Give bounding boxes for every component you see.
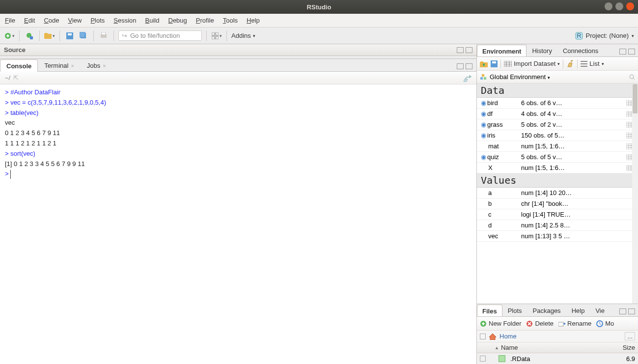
clear-objects-icon[interactable] [566, 60, 574, 68]
select-all-checkbox[interactable] [480, 334, 486, 339]
source-minimize-icon[interactable] [457, 47, 464, 53]
tab-jobs[interactable]: Jobs× [81, 59, 112, 71]
menu-build[interactable]: Build [145, 17, 160, 24]
menu-file[interactable]: File [5, 17, 15, 24]
import-dataset-dropdown[interactable]: Import Dataset ▾ [504, 60, 560, 67]
menu-debug[interactable]: Debug [168, 17, 187, 24]
env-row[interactable]: ◉ quiz5 obs. of 5 v… [477, 152, 638, 163]
env-row[interactable]: vecnum [1:13] 3 5 … [477, 231, 638, 242]
breadcrumb-more[interactable]: ... [625, 332, 635, 340]
menu-tools[interactable]: Tools [223, 17, 238, 24]
env-row[interactable]: matnum [1:5, 1:6… [477, 141, 638, 152]
env-minimize-icon[interactable] [619, 49, 626, 55]
console-output[interactable]: > #Author DataFlair> vec = c(3,5,7,9,11,… [0, 84, 476, 364]
print-button[interactable] [98, 30, 109, 41]
env-row[interactable]: Xnum [1:5, 1:6… [477, 163, 638, 173]
console-maximize-icon[interactable] [466, 63, 472, 69]
window-maximize[interactable] [615, 2, 623, 10]
svg-rect-2 [30, 36, 33, 39]
tab-files[interactable]: Files [477, 305, 502, 317]
env-row[interactable]: ◉ df4 obs. of 4 v… [477, 109, 638, 119]
source-maximize-icon[interactable] [466, 47, 472, 53]
env-row[interactable]: dnum [1:4] 2.5 8… [477, 220, 638, 231]
env-row[interactable]: ◉ iris150 obs. of 5… [477, 130, 638, 141]
env-row[interactable]: clogi [1:4] TRUE… [477, 209, 638, 220]
console-popout-icon[interactable]: ⇱ [13, 74, 19, 82]
svg-rect-17 [504, 61, 512, 67]
console-working-dir[interactable]: ~/ [5, 74, 10, 82]
tab-help[interactable]: Help [566, 304, 590, 316]
new-project-button[interactable] [24, 30, 35, 41]
save-button[interactable] [64, 30, 75, 41]
save-all-button[interactable] [78, 30, 89, 41]
env-row[interactable]: ◉ grass5 obs. of 2 v… [477, 119, 638, 130]
delete-button[interactable]: Delete [526, 320, 554, 327]
files-header: ▲ Name Size [477, 342, 638, 353]
files-toolbar: New Folder Delete Rename Mo [477, 317, 638, 331]
svg-text:R: R [577, 32, 581, 39]
load-workspace-icon[interactable] [480, 60, 488, 67]
svg-rect-18 [480, 77, 483, 80]
menu-bar: File Edit Code View Plots Session Build … [0, 14, 638, 28]
svg-rect-16 [492, 61, 496, 63]
env-row[interactable]: bchr [1:4] "book… [477, 198, 638, 209]
tab-history[interactable]: History [527, 44, 557, 56]
open-file-button[interactable] [44, 30, 55, 41]
files-list[interactable]: .RData6.9 [477, 353, 638, 364]
file-checkbox[interactable] [480, 356, 486, 362]
list-view-dropdown[interactable]: List ▾ [581, 60, 604, 67]
project-selector[interactable]: Project: (None) [586, 32, 629, 39]
environment-scope-dropdown[interactable]: Global Environment ▾ [490, 73, 550, 81]
window-minimize[interactable] [605, 2, 612, 10]
tab-console[interactable]: Console [0, 59, 38, 72]
new-folder-button[interactable]: New Folder [480, 320, 521, 327]
rename-button[interactable]: Rename [558, 320, 591, 327]
source-pane-header: Source [0, 44, 476, 56]
tab-environment[interactable]: Environment [477, 45, 527, 57]
home-icon[interactable] [489, 333, 497, 340]
environment-list[interactable]: Data◉ bird6 obs. of 6 v…◉ df4 obs. of 4 … [477, 84, 638, 304]
tab-plots[interactable]: Plots [502, 304, 527, 316]
menu-edit[interactable]: Edit [24, 17, 35, 24]
file-row[interactable]: .RData6.9 [477, 353, 638, 364]
files-maximize-icon[interactable] [628, 308, 635, 314]
clear-console-icon[interactable] [463, 74, 472, 82]
tab-packages[interactable]: Packages [527, 304, 566, 316]
environment-search[interactable] [629, 74, 635, 80]
save-workspace-icon[interactable] [491, 60, 498, 67]
menu-help[interactable]: Help [247, 17, 260, 24]
tab-terminal[interactable]: Terminal× [38, 59, 81, 71]
new-file-button[interactable] [4, 30, 15, 41]
svg-rect-9 [212, 32, 215, 35]
project-icon: R [575, 32, 583, 40]
svg-rect-4 [68, 33, 72, 35]
tab-viewer[interactable]: Vie [590, 304, 610, 316]
env-maximize-icon[interactable] [628, 49, 635, 55]
console-minimize-icon[interactable] [457, 63, 464, 69]
source-title: Source [4, 46, 26, 54]
addins-dropdown[interactable]: Addins ▾ [231, 32, 255, 39]
env-scrollbar[interactable] [632, 84, 638, 304]
env-row[interactable]: anum [1:4] 10 20… [477, 188, 638, 198]
main-toolbar: ↪ Go to file/function Addins ▾ R Project… [0, 28, 638, 44]
grid-view-button[interactable] [211, 30, 222, 41]
console-subbar: ~/ ⇱ [0, 72, 476, 84]
svg-rect-12 [216, 36, 219, 39]
col-name[interactable]: ▲ Name [486, 344, 623, 351]
goto-file-input[interactable]: ↪ Go to file/function [118, 30, 202, 41]
col-size[interactable]: Size [623, 344, 635, 351]
window-title: RStudio [307, 3, 332, 11]
breadcrumb-home[interactable]: Home [499, 333, 517, 340]
menu-session[interactable]: Session [113, 17, 136, 24]
env-row[interactable]: ◉ bird6 obs. of 6 v… [477, 98, 638, 109]
menu-profile[interactable]: Profile [196, 17, 214, 24]
more-button[interactable]: Mo [596, 320, 614, 327]
menu-view[interactable]: View [68, 17, 82, 24]
window-close[interactable] [626, 2, 634, 10]
environment-scope-bar: Global Environment ▾ [477, 71, 638, 84]
menu-code[interactable]: Code [44, 17, 59, 24]
tab-connections[interactable]: Connections [557, 44, 604, 56]
goto-arrow-icon: ↪ [122, 32, 127, 39]
files-minimize-icon[interactable] [619, 308, 626, 314]
menu-plots[interactable]: Plots [90, 17, 105, 24]
